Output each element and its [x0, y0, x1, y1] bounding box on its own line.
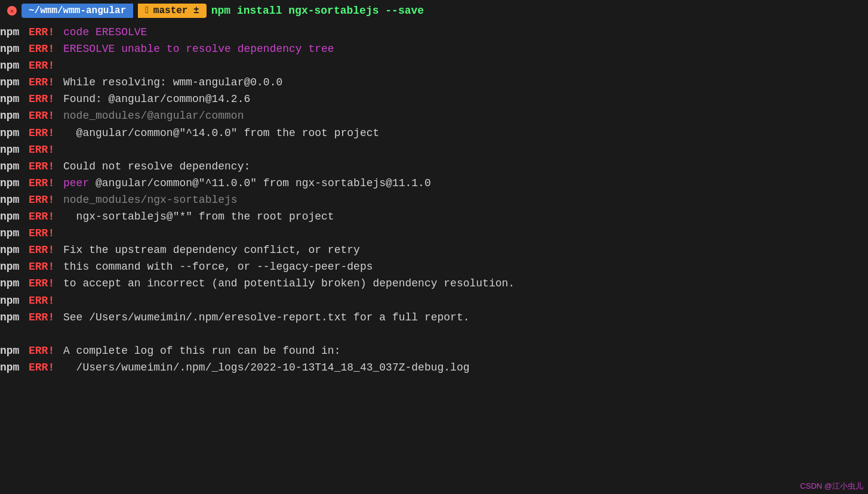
command-text: npm install ngx-sortablejs --save [211, 5, 424, 17]
terminal-line: npm ERR!code ERESOLVE [0, 24, 868, 41]
npm-label: npm [0, 41, 26, 57]
terminal-line: npm ERR! ngx-sortablejs@"*" from the roo… [0, 208, 868, 225]
err-label: ERR! [29, 41, 59, 57]
npm-label: npm [0, 108, 26, 124]
terminal-line: npm ERR!See /Users/wumeimin/.npm/eresolv… [0, 309, 868, 326]
line-segment: this command with --force, or --legacy-p… [63, 259, 373, 274]
terminal-line: npm ERR!A complete log of this run can b… [0, 342, 868, 359]
npm-label: npm [0, 125, 26, 141]
err-label: ERR! [29, 242, 59, 258]
npm-label: npm [0, 192, 26, 208]
err-label: ERR! [29, 192, 59, 208]
npm-label: npm [0, 276, 26, 291]
line-segment: See /Users/wumeimin/.npm/eresolve-report… [63, 310, 470, 325]
terminal-line: npm ERR!Found: @angular/common@14.2.6 [0, 91, 868, 107]
npm-label: npm [0, 343, 26, 359]
terminal-line: npm ERR! [0, 141, 868, 158]
terminal-content: npm ERR!code ERESOLVEnpm ERR!ERESOLVE un… [0, 21, 868, 378]
npm-label: npm [0, 259, 26, 274]
line-segment: Fix the upstream dependency conflict, or… [63, 242, 360, 258]
err-label: ERR! [29, 293, 59, 308]
line-segment: node_modules/@angular/common [63, 108, 244, 124]
err-label: ERR! [29, 226, 59, 241]
err-label: ERR! [29, 310, 59, 325]
err-label: ERR! [29, 159, 59, 174]
err-label: ERR! [29, 209, 59, 224]
terminal-line: npm ERR!this command with --force, or --… [0, 258, 868, 275]
err-label: ERR! [29, 360, 59, 375]
terminal-line: npm ERR! [0, 57, 868, 74]
terminal-line: npm ERR! [0, 292, 868, 309]
err-label: ERR! [29, 259, 59, 274]
line-segment: @angular/common@"^14.0.0" from the root … [63, 125, 379, 141]
npm-label: npm [0, 159, 26, 174]
line-segment: Found: @angular/common@14.2.6 [63, 91, 250, 107]
terminal-line: npm ERR!While resolving: wmm-angular@0.0… [0, 74, 868, 91]
line-segment: While resolving: wmm-angular@0.0.0 [63, 75, 282, 90]
npm-label: npm [0, 24, 26, 40]
err-label: ERR! [29, 142, 59, 158]
npm-label: npm [0, 209, 26, 224]
npm-label: npm [0, 293, 26, 308]
terminal-line: npm ERR!peer @angular/common@"^11.0.0" f… [0, 175, 868, 192]
line-segment: to accept an incorrect (and potentially … [63, 276, 515, 291]
terminal-line: npm ERR!node_modules/@angular/common [0, 107, 868, 124]
npm-label: npm [0, 75, 26, 90]
err-label: ERR! [29, 91, 59, 107]
git-icon:  [145, 5, 151, 16]
title-bar: ✕ ~/wmm/wmm-angular master ± npm instal… [0, 0, 868, 21]
npm-label: npm [0, 360, 26, 375]
err-label: ERR! [29, 108, 59, 124]
npm-label: npm [0, 242, 26, 258]
npm-label: npm [0, 310, 26, 325]
npm-label: npm [0, 175, 26, 191]
err-label: ERR! [29, 175, 59, 191]
watermark: CSDN @江小虫儿 [800, 481, 863, 492]
npm-label: npm [0, 226, 26, 241]
close-button[interactable]: ✕ [7, 6, 17, 16]
path-badge: ~/wmm/wmm-angular [21, 4, 133, 18]
err-label: ERR! [29, 58, 59, 73]
terminal-line: npm ERR! @angular/common@"^14.0.0" from … [0, 125, 868, 141]
err-label: ERR! [29, 125, 59, 141]
line-segment: ERESOLVE unable to resolve dependency tr… [63, 41, 334, 57]
terminal-line: npm ERR! [0, 225, 868, 242]
terminal-line [0, 326, 868, 342]
err-label: ERR! [29, 24, 59, 40]
err-label: ERR! [29, 343, 59, 359]
terminal-line: npm ERR!ERESOLVE unable to resolve depen… [0, 41, 868, 57]
npm-label: npm [0, 91, 26, 107]
line-segment: @angular/common@"^11.0.0" from ngx-sorta… [89, 175, 431, 191]
line-segment: /Users/wumeimin/.npm/_logs/2022-10-13T14… [63, 360, 470, 375]
err-label: ERR! [29, 75, 59, 90]
terminal-line: npm ERR!to accept an incorrect (and pote… [0, 275, 868, 292]
line-segment: code ERESOLVE [63, 24, 147, 40]
line-segment: A complete log of this run can be found … [63, 343, 340, 359]
npm-label: npm [0, 58, 26, 73]
line-segment: peer [63, 175, 89, 191]
line-segment: node_modules/ngx-sortablejs [63, 192, 238, 208]
line-segment: ngx-sortablejs@"*" from the root project [63, 209, 334, 224]
terminal-line: npm ERR!Could not resolve dependency: [0, 158, 868, 175]
line-segment: Could not resolve dependency: [63, 159, 250, 174]
npm-label: npm [0, 142, 26, 158]
terminal-line: npm ERR!Fix the upstream dependency conf… [0, 242, 868, 258]
branch-badge:  master ± [138, 4, 206, 18]
terminal-window: ✕ ~/wmm/wmm-angular master ± npm instal… [0, 0, 868, 494]
err-label: ERR! [29, 276, 59, 291]
terminal-line: npm ERR!node_modules/ngx-sortablejs [0, 192, 868, 208]
terminal-line: npm ERR! /Users/wumeimin/.npm/_logs/2022… [0, 359, 868, 376]
